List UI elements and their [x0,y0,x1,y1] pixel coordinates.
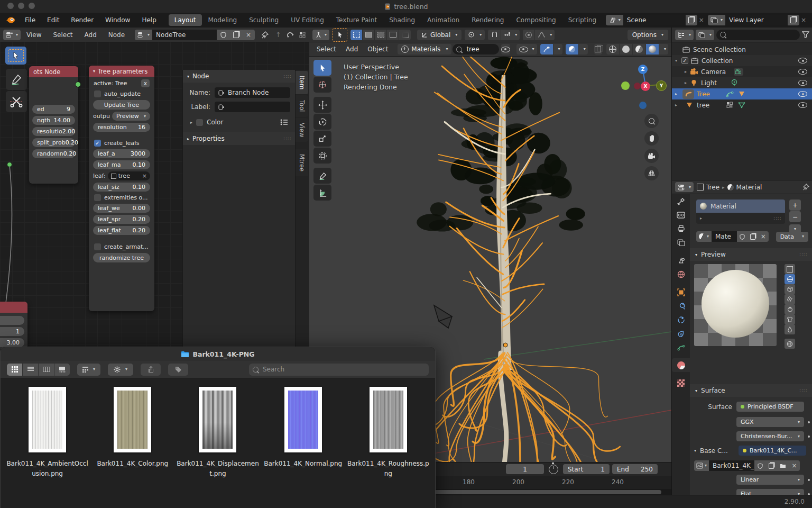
open-image-button[interactable] [777,460,789,471]
tab-texture-paint[interactable]: Texture Paint [330,14,383,26]
scene-unlink-button[interactable]: × [697,16,706,24]
menu-render[interactable]: Render [65,13,99,28]
menu-select[interactable]: Select [312,42,340,56]
browse-image-button[interactable]: ▾ [694,460,709,471]
value-field-1[interactable]: 1 [0,327,24,336]
menu-select[interactable]: Select [48,28,79,42]
menu-help[interactable]: Help [136,13,162,28]
checkbox-icon[interactable] [94,90,101,97]
list-icon[interactable] [280,119,288,125]
value-field-2[interactable]: 3.00 [0,338,24,347]
share-button[interactable] [141,364,161,376]
nodetree-name-field[interactable]: NodeTree [152,30,217,40]
tab-animation[interactable]: Animation [421,14,465,26]
axis-z-handle[interactable]: Z [638,65,648,74]
file-item[interactable]: Bark011_4K_Displacement.png [176,387,260,478]
links-cut-tool-button[interactable] [6,91,27,112]
tweak-tool-button[interactable] [5,47,26,65]
orthographic-toggle-button[interactable] [644,166,659,180]
options-dropdown[interactable]: Options▾ [628,30,668,40]
copy-image-button[interactable] [765,460,777,471]
axis-x-handle[interactable]: X [641,81,650,91]
viewport-search-field[interactable] [453,44,499,55]
menu-add[interactable]: Add [79,28,103,42]
cursor-tool[interactable] [313,77,331,93]
solid-shading-button[interactable] [620,44,632,55]
tab-item[interactable]: Item [296,71,308,94]
rotate-tool[interactable] [313,114,331,130]
tab-rendering[interactable]: Rendering [466,14,510,26]
preview-shaderball-button[interactable] [785,304,795,314]
transform-orientation-dropdown[interactable]: Global▾ [417,30,462,40]
leaf-size-field[interactable]: leaf_siz0.10 [93,183,150,192]
material-name-field[interactable]: Mate [712,231,737,242]
partial-node-header[interactable] [0,302,27,313]
tab-object[interactable] [672,285,690,299]
tab-tool[interactable] [672,194,690,208]
list-view-button[interactable] [23,364,38,376]
outliner-filter-mode-button[interactable]: ▾ [696,30,714,40]
filter-eye-button[interactable] [501,44,510,55]
outliner-row-scene-collection[interactable]: Scene Collection [672,44,812,55]
show-overlays-button[interactable] [566,44,578,55]
snapping-icon[interactable] [287,31,294,38]
anim-dot[interactable] [808,421,810,423]
unlabeled-button[interactable] [0,316,24,325]
resolution-field[interactable]: resolution16 [93,123,150,132]
outliner-row-camera[interactable]: ▸ Camera [672,66,812,77]
tab-scripting[interactable]: Scripting [562,14,602,26]
minimize-window-button[interactable] [18,3,24,9]
move-tool[interactable] [313,97,331,113]
menu-add[interactable]: Add [342,42,362,56]
unlink-image-button[interactable]: × [789,460,800,471]
roots-node[interactable]: ots Node ed9 ngth14.00 resolutio2.00 spl… [29,66,78,184]
create-leafs-checkbox-row[interactable]: ✓create_leafs [94,140,149,147]
file-thumbnail[interactable] [114,387,151,452]
wireframe-shading-button[interactable] [606,44,619,55]
data-link-dropdown[interactable]: Data▾ [776,232,808,242]
create-armature-checkbox-row[interactable]: create_armat... [94,243,149,250]
file-item[interactable]: Bark011_4K_Normal.png [261,387,345,469]
transform-tool[interactable] [313,148,331,164]
pan-hand-button[interactable] [644,131,659,146]
anim-dot[interactable] [808,436,810,438]
overlays-dropdown[interactable]: ▾ [579,44,588,55]
partial-node[interactable]: 1 3.00 [0,302,27,349]
file-item[interactable]: Bark011_4K_Roughness.png [346,387,430,478]
object-visibility-dropdown[interactable]: ▾ [516,44,537,55]
finder-titlebar[interactable]: Bark011_4K-PNG [1,347,435,361]
falloff-dropdown[interactable]: ▾ [535,30,555,40]
tab-mtree[interactable]: Mtree [296,149,308,176]
node-panel-header[interactable]: ▾ Node ∷∷ [183,70,296,83]
tab-scene[interactable] [672,253,690,267]
menu-object[interactable]: Object [363,42,392,56]
properties-editor-type-button[interactable]: ▾ [675,182,694,192]
nodetree-copy-button[interactable] [229,30,242,40]
hide-eye-toggle[interactable] [798,58,807,64]
roots-node-header[interactable]: ots Node [29,66,78,77]
action-menu-button[interactable]: ▾ [108,364,133,376]
view-layer-name-field[interactable]: View Layer [725,15,788,25]
leaf-weight-field[interactable]: leaf_we0.00 [93,204,150,213]
hide-eye-toggle[interactable] [798,91,807,97]
material-slot-selector[interactable]: Materials▾ [398,44,451,55]
menu-window[interactable]: Window [99,13,136,28]
select-subtract-button[interactable] [375,30,386,40]
snap-target-dropdown[interactable]: ▾ [501,30,520,40]
outliner-search-field[interactable] [716,30,800,40]
tab-output[interactable] [672,222,690,235]
subsurface-method-dropdown[interactable]: Christensen-Bur...▾ [736,431,804,441]
surface-panel-header[interactable]: ▾Surface ∷∷ [690,384,812,397]
preview-panel-header[interactable]: ▾Preview ∷∷ [690,248,812,261]
split-prob-field[interactable]: split_prob0.20 [32,138,75,147]
snap-grid-icon[interactable] [299,31,306,39]
update-tree-button[interactable]: Update Tree [93,100,150,110]
leaf-amount-field[interactable]: leaf_a3000 [93,149,150,158]
axis-x-negative-handle[interactable] [634,83,641,89]
file-item[interactable]: Bark011_4K_Color.png [91,387,174,469]
checkbox-checked-icon[interactable]: ✓ [94,140,101,147]
rendered-shading-button[interactable] [646,44,659,55]
leaf-max-field[interactable]: leaf_ma0.10 [93,160,150,169]
browse-material-button[interactable]: ▾ [696,231,712,242]
select-intersect-button[interactable] [399,30,411,40]
